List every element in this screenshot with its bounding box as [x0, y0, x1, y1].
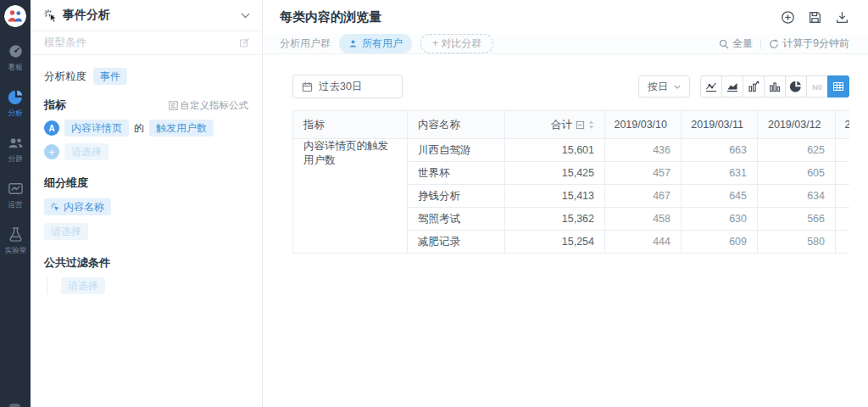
operations-icon — [8, 181, 24, 197]
bar-trend-chart-button[interactable] — [743, 75, 765, 98]
line-chart-button[interactable] — [700, 75, 722, 98]
event-analysis-icon — [44, 9, 56, 21]
sidebar-item-label: 分析 — [8, 108, 22, 118]
add-circle-icon[interactable] — [781, 10, 795, 25]
metric-event-pill[interactable]: 内容详情页 — [64, 120, 129, 137]
header-actions — [781, 10, 849, 25]
scope-button[interactable]: 全量 — [719, 36, 753, 51]
panel-header: 事件分析 — [31, 0, 262, 31]
scope-label: 全量 — [732, 36, 753, 51]
line-chart-icon — [705, 81, 717, 92]
report-content: 过去30日 按日 — [263, 54, 868, 407]
col-header-date-2[interactable]: 2019/03/11 — [682, 111, 758, 139]
chevron-down-icon — [674, 85, 681, 89]
number-view-icon: N0 — [812, 82, 822, 92]
metric-name-cell: 内容详情页的触发用户数 — [293, 139, 408, 254]
number-view-button[interactable]: N0 — [806, 75, 828, 98]
sidebar-nav: 看板 分析 分群 运营 — [4, 43, 27, 256]
add-metric-icon[interactable]: + — [44, 144, 59, 159]
dimension-add-row: 请选择 — [44, 223, 248, 240]
granularity-row: 分析粒度 事件 — [44, 68, 248, 85]
current-user-group-tab[interactable]: 所有用户 — [339, 34, 412, 53]
col-header-content[interactable]: 内容名称 — [408, 111, 505, 139]
save-icon[interactable] — [808, 10, 822, 25]
metric-add-placeholder[interactable]: 请选择 — [64, 143, 108, 160]
calendar-icon — [302, 81, 313, 92]
lab-flask-icon — [8, 226, 24, 243]
sidebar-item-label: 看板 — [8, 62, 22, 72]
metric-connector: 的 — [134, 121, 144, 136]
download-icon[interactable] — [835, 10, 849, 25]
refresh-button[interactable]: 计算于9分钟前 — [769, 36, 849, 51]
refresh-icon — [769, 39, 779, 49]
column-chart-icon — [769, 81, 781, 92]
compare-group-button[interactable]: + 对比分群 — [420, 34, 493, 53]
granularity-tag[interactable]: 事件 — [93, 68, 127, 85]
chart-type-group: N0 — [700, 75, 849, 98]
date-range-value: 过去30日 — [319, 80, 362, 94]
col-header-total[interactable]: 合计 — [505, 111, 605, 139]
collapse-dates-icon[interactable] — [576, 120, 585, 130]
main-area: 每类内容的浏览量 分析用户群 所有用户 + 对比分群 — [263, 0, 868, 407]
table-view-icon — [832, 81, 844, 92]
custom-formula-link[interactable]: 自定义指标公式 — [169, 99, 249, 112]
chevron-down-icon[interactable] — [241, 13, 250, 19]
query-panel: 事件分析 模型条件 分析粒度 事件 指标 自定义指标公式 — [31, 0, 263, 407]
panel-body: 分析粒度 事件 指标 自定义指标公式 A 内容详情页 的 触发用户数 + 请选择 — [31, 55, 262, 294]
date-range-picker[interactable]: 过去30日 — [292, 75, 403, 98]
sidebar-item-segments[interactable]: 分群 — [4, 135, 27, 164]
dimension-add-placeholder[interactable]: 请选择 — [44, 223, 88, 240]
filter-row: 请选择 — [47, 277, 248, 294]
app-logo[interactable] — [4, 5, 26, 27]
pie-chart-icon — [8, 89, 24, 105]
metrics-label: 指标 — [44, 98, 66, 113]
data-table-wrap: 指标 内容名称 合计 2019/03/10 — [292, 110, 849, 254]
dimension-row: 内容名称 — [44, 198, 248, 215]
sort-icon[interactable] — [588, 120, 594, 129]
col-header-metric[interactable]: 指标 — [293, 111, 408, 139]
metric-row-a: A 内容详情页 的 触发用户数 — [44, 120, 248, 137]
area-chart-icon — [726, 81, 738, 92]
filter-label: 公共过滤条件 — [44, 255, 248, 270]
toolbar-right: 全量 计算于9分钟前 — [719, 36, 849, 51]
report-controls: 过去30日 按日 — [292, 75, 849, 98]
current-user-group-label: 所有用户 — [362, 36, 403, 51]
filter-placeholder[interactable]: 请选择 — [61, 277, 105, 294]
user-group-icon — [8, 135, 24, 151]
sidebar-item-analysis[interactable]: 分析 — [4, 89, 27, 119]
divider — [760, 39, 761, 49]
dimension-pill[interactable]: 内容名称 — [44, 198, 111, 215]
pie-chart-icon — [790, 81, 802, 92]
metrics-heading-row: 指标 自定义指标公式 — [44, 98, 248, 113]
table-row[interactable]: 内容详情页的触发用户数 川西自驾游 15,601 436 663 625 — [293, 139, 850, 162]
person-icon — [348, 39, 358, 48]
dimension-icon — [51, 203, 60, 212]
formula-icon — [169, 101, 178, 110]
computed-label: 计算于9分钟前 — [782, 36, 849, 51]
col-header-date-3[interactable]: 2019/03/12 — [758, 111, 836, 139]
sidebar-item-operations[interactable]: 运营 — [4, 181, 27, 210]
table-view-button[interactable] — [827, 75, 849, 98]
area-chart-button[interactable] — [721, 75, 743, 98]
edit-icon[interactable] — [239, 37, 250, 48]
app-sidebar: 看板 分析 分群 运营 — [0, 0, 31, 407]
model-conditions-row[interactable]: 模型条件 — [31, 31, 262, 55]
col-header-date-4[interactable]: 2019/03/13 — [836, 111, 850, 139]
bar-trend-chart-icon — [748, 81, 760, 92]
interval-dropdown[interactable]: 按日 — [638, 75, 690, 98]
interval-value: 按日 — [648, 80, 668, 94]
dimension-label: 细分维度 — [44, 176, 248, 191]
column-chart-button[interactable] — [764, 75, 786, 98]
col-header-date-1[interactable]: 2019/03/10 — [605, 111, 682, 139]
group-label: 分析用户群 — [280, 36, 331, 51]
metric-measure-pill[interactable]: 触发用户数 — [149, 120, 214, 137]
main-header: 每类内容的浏览量 — [263, 0, 868, 34]
pie-chart-button[interactable] — [785, 75, 807, 98]
dashboard-icon — [8, 43, 24, 59]
sidebar-item-dashboard[interactable]: 看板 — [4, 43, 27, 73]
metric-add-row: + 请选择 — [44, 143, 248, 160]
data-table: 指标 内容名称 合计 2019/03/10 — [292, 110, 849, 254]
sidebar-item-lab[interactable]: 实验室 — [4, 226, 27, 256]
sidebar-item-label: 运营 — [8, 199, 22, 209]
search-icon — [719, 39, 729, 49]
